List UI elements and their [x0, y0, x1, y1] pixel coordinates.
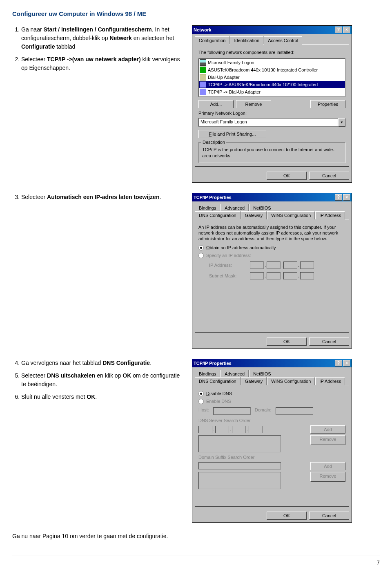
add-button[interactable]: Add...	[198, 100, 234, 108]
tab-dns[interactable]: DNS Configuration	[195, 377, 241, 385]
cancel-button[interactable]: Cancel	[309, 338, 349, 346]
tab-ipaddress[interactable]: IP Address	[315, 211, 345, 219]
description-label: Description	[201, 140, 226, 145]
list-item[interactable]: Dial-Up Adapter	[208, 75, 240, 80]
properties-button[interactable]: Properties	[310, 100, 345, 108]
tab-access-control[interactable]: Access Control	[264, 36, 302, 45]
page-number: 7	[12, 559, 380, 566]
protocol-icon	[200, 89, 206, 95]
domain-suffix-label: Domain Suffix Search Order	[198, 455, 345, 460]
instruction-list-2: Selecteer Automatisch een IP-adres laten…	[12, 193, 184, 201]
instruction-list-3: Ga vervolgens naar het tabblad DNS Confi…	[12, 359, 184, 401]
protocol-icon	[200, 81, 206, 88]
suffix-input	[198, 462, 281, 469]
dialog-title: TCP/IP Properties	[194, 195, 334, 200]
tab-advanced[interactable]: Advanced	[220, 204, 249, 212]
nic-icon	[200, 67, 206, 73]
radio-specify[interactable]: Specify an IP address:	[198, 253, 345, 258]
list-item[interactable]: TCP/IP -> Dial-Up Adapter	[208, 89, 261, 94]
tcpip-dns-dialog: TCP/IP Properties ? × Bindings Advanced …	[192, 359, 352, 523]
logon-icon	[200, 59, 206, 66]
tab-wins[interactable]: WINS Configuration	[267, 211, 315, 219]
suffix-list	[198, 472, 281, 489]
dns-search-order-label: DNS Server Search Order	[198, 418, 345, 423]
combo-value: Microsoft Family Logon	[198, 118, 338, 127]
host-input	[213, 407, 251, 415]
radio-obtain-auto[interactable]: Obtain an IP address automatically	[198, 245, 345, 250]
radio-disable-dns[interactable]: Disable DNS	[198, 391, 345, 396]
suffix-add-button: Add	[310, 462, 345, 470]
step-6: Sluit nu alle vensters met OK.	[21, 393, 184, 401]
remove-button[interactable]: Remove	[236, 100, 271, 108]
ok-button[interactable]: OK	[267, 512, 307, 520]
ip-intro: An IP address can be automatically assig…	[198, 224, 345, 242]
tab-dns[interactable]: DNS Configuration	[195, 211, 241, 219]
ip-label: IP Address:	[209, 263, 246, 268]
ok-button[interactable]: OK	[267, 172, 307, 180]
list-item[interactable]: Microsoft Family Logon	[208, 60, 254, 65]
tab-bindings[interactable]: Bindings	[195, 204, 220, 212]
ip-address-input: ...	[250, 262, 314, 269]
tab-wins[interactable]: WINS Configuration	[267, 377, 315, 385]
list-item-selected[interactable]: TCP/IP -> ASUSTeK/Broadcom 440x 10/100 I…	[208, 82, 318, 87]
tab-netbios[interactable]: NetBIOS	[249, 370, 275, 378]
step-5: Selecteer DNS uitschakelen en klik op OK…	[21, 371, 184, 389]
host-label: Host:	[198, 407, 209, 415]
dns-remove-button: Remove	[310, 435, 345, 445]
primary-logon-label: Primary Network Logon:	[198, 111, 345, 116]
page-separator	[12, 556, 380, 556]
description-text: TCP/IP is the protocol you use to connec…	[202, 147, 342, 159]
dialog-title: Network	[194, 27, 334, 32]
close-icon[interactable]: ×	[343, 194, 350, 201]
domain-label: Domain:	[255, 407, 272, 415]
subnet-label: Subnet Mask:	[209, 273, 246, 278]
help-button[interactable]: ?	[335, 27, 342, 33]
step-2: Selecteer TCP/IP ->(van uw netwerk adapt…	[21, 55, 184, 72]
help-button[interactable]: ?	[335, 194, 342, 201]
step-3: Selecteer Automatisch een IP-adres laten…	[21, 193, 184, 201]
dns-list	[198, 435, 281, 452]
dialog-title: TCP/IP Properties	[194, 361, 334, 366]
dns-ip-input: ...	[198, 426, 263, 433]
chevron-down-icon[interactable]: ▼	[338, 118, 345, 127]
tcpip-ip-dialog: TCP/IP Properties ? × Bindings Advanced …	[192, 193, 352, 349]
radio-enable-dns[interactable]: Enable DNS	[198, 399, 345, 404]
cancel-button[interactable]: Cancel	[309, 512, 349, 520]
file-print-sharing-button[interactable]: FFile and Print Sharing...ile and Print …	[198, 130, 266, 138]
suffix-remove-button: Remove	[310, 472, 345, 482]
tab-gateway[interactable]: Gateway	[241, 211, 267, 219]
tab-bindings[interactable]: Bindings	[195, 370, 220, 378]
help-button[interactable]: ?	[335, 360, 342, 367]
tab-gateway[interactable]: Gateway	[241, 377, 267, 385]
tab-ipaddress[interactable]: IP Address	[315, 377, 345, 385]
dialup-icon	[200, 74, 206, 80]
page-title: Configureer uw Computer in Windows 98 / …	[12, 10, 380, 17]
components-list[interactable]: Microsoft Family Logon ASUSTeK/Broadcom …	[198, 58, 345, 97]
subnet-mask-input: ...	[250, 272, 314, 279]
close-icon[interactable]: ×	[343, 360, 350, 367]
dns-add-button: Add	[310, 425, 345, 434]
ok-button[interactable]: OK	[267, 338, 307, 346]
intro-text: The following network components are ins…	[198, 49, 345, 55]
close-icon[interactable]: ×	[343, 27, 350, 33]
step-1: Ga naar Start / Instellingen / Configura…	[21, 25, 184, 51]
primary-logon-combo[interactable]: Microsoft Family Logon ▼	[198, 118, 345, 127]
domain-input	[276, 407, 313, 415]
cancel-button[interactable]: Cancel	[309, 172, 349, 180]
tab-netbios[interactable]: NetBIOS	[249, 204, 275, 212]
step-4: Ga vervolgens naar het tabblad DNS Confi…	[21, 359, 184, 367]
tab-identification[interactable]: Identification	[230, 36, 263, 45]
network-dialog: Network ? × Configuration Identification…	[192, 25, 352, 183]
tab-advanced[interactable]: Advanced	[220, 370, 249, 378]
instruction-list-1: Ga naar Start / Instellingen / Configura…	[12, 25, 184, 72]
footer-text: Ga nu naar Pagina 10 om verder te gaan m…	[12, 533, 380, 539]
list-item[interactable]: ASUSTeK/Broadcom 440x 10/100 Integrated …	[208, 67, 318, 72]
tab-configuration[interactable]: Configuration	[195, 36, 229, 45]
